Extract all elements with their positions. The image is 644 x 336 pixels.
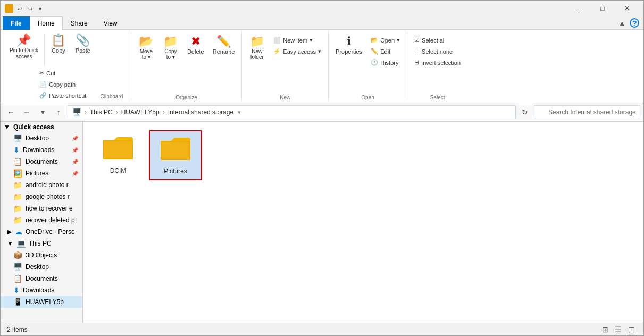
move-to-button[interactable]: 📂 Moveto ▾ — [135, 33, 158, 63]
paste-shortcut-button[interactable]: 🔗 Paste shortcut — [36, 90, 95, 100]
tab-view[interactable]: View — [96, 16, 126, 30]
move-to-icon: 📂 — [139, 36, 153, 47]
tab-home[interactable]: Home — [30, 16, 63, 30]
delete-button[interactable]: ✖ Delete — [183, 33, 208, 57]
documents-icon: 📋 — [13, 157, 22, 166]
view-controls: ⊞ ☰ ▦ — [600, 324, 637, 335]
sidebar-item-desktop-quick[interactable]: 🖥️ Desktop 📌 — [1, 132, 82, 144]
history-icon: 🕐 — [371, 59, 378, 66]
tab-share[interactable]: Share — [63, 16, 96, 30]
sidebar-item-google-photos[interactable]: 📁 google photos r — [1, 191, 82, 203]
quick-access-dropdown[interactable]: ▾ — [37, 5, 44, 12]
open-button[interactable]: 📂 Open ▾ — [367, 35, 404, 45]
minimize-button[interactable]: — — [566, 1, 590, 16]
select-none-icon: ☐ — [414, 48, 420, 55]
copy-path-button[interactable]: 📄 Copy path — [36, 79, 95, 89]
properties-button[interactable]: ℹ Properties — [332, 33, 366, 57]
search-wrap: 🔍 — [534, 105, 640, 119]
copy-to-button[interactable]: 📁 Copyto ▾ — [159, 33, 182, 63]
invert-selection-icon: ⊟ — [414, 59, 419, 66]
rename-icon: ✏️ — [216, 36, 231, 47]
maximize-button[interactable]: □ — [590, 1, 615, 16]
close-button[interactable]: ✕ — [615, 1, 639, 16]
cut-icon: ✂ — [39, 70, 44, 77]
edit-icon: ✏️ — [371, 48, 378, 55]
folder-item-dcim[interactable]: DCIM — [91, 130, 145, 180]
new-folder-icon: 📁 — [250, 36, 264, 47]
up-button[interactable]: ↑ — [52, 106, 65, 119]
tab-file[interactable]: File — [3, 16, 30, 30]
3d-icon: 📦 — [13, 251, 22, 259]
back-button[interactable]: ← — [4, 106, 18, 119]
folder-item-pictures[interactable]: Pictures — [149, 130, 202, 180]
content-area: DCIM Pictures — [83, 122, 643, 323]
folder-android-icon: 📁 — [13, 181, 22, 189]
docs-pc-icon: 📋 — [13, 274, 22, 283]
sidebar: ▼ Quick access 🖥️ Desktop 📌 ⬇ Downloads … — [1, 122, 83, 323]
downloads-icon: ⬇ — [13, 146, 20, 154]
sidebar-item-how-to-recover[interactable]: 📁 how to recover e — [1, 203, 82, 214]
this-pc-icon: 💻 — [16, 239, 26, 248]
computer-icon: 🖥️ — [72, 108, 81, 116]
new-item-button[interactable]: ⬜ New item ▾ — [270, 35, 325, 45]
view-details-button[interactable]: ☰ — [613, 324, 624, 335]
sidebar-item-documents-pc[interactable]: 📋 Documents — [1, 273, 82, 284]
select-all-button[interactable]: ☑ Select all — [411, 35, 464, 45]
redo-button[interactable]: ↪ — [26, 5, 35, 12]
status-bar: 2 items ⊞ ☰ ▦ — [1, 323, 643, 335]
title-bar-left: ↩ ↪ ▾ — [5, 4, 44, 13]
ribbon-content: 📌 Pin to Quickaccess 📋 Copy 📎 Paste — [1, 30, 643, 103]
view-large-icons-button[interactable]: ⊞ — [600, 324, 610, 335]
edit-button[interactable]: ✏️ Edit — [367, 46, 404, 56]
dcim-folder-icon — [103, 135, 133, 165]
window-controls: — □ ✕ — [566, 1, 639, 16]
invert-selection-button[interactable]: ⊟ Invert selection — [411, 57, 464, 68]
sidebar-item-onedrive[interactable]: ▶ ☁ OneDrive - Perso — [1, 226, 82, 238]
title-bar: ↩ ↪ ▾ — □ ✕ — [1, 1, 643, 16]
undo-button[interactable]: ↩ — [15, 5, 24, 12]
sidebar-section-quick-access[interactable]: ▼ Quick access — [1, 122, 82, 132]
view-list-button[interactable]: ▦ — [626, 324, 637, 335]
address-input[interactable]: 🖥️ › This PC › HUAWEI Y5p › Internal sha… — [68, 105, 516, 119]
paste-icon: 📎 — [76, 35, 90, 46]
rename-button[interactable]: ✏️ Rename — [209, 33, 239, 57]
dl-pc-icon: ⬇ — [13, 286, 20, 295]
refresh-button[interactable]: ↻ — [518, 105, 532, 119]
forward-button[interactable]: → — [20, 106, 34, 119]
desktop-pc-icon: 🖥️ — [13, 263, 22, 271]
main-layout: ▼ Quick access 🖥️ Desktop 📌 ⬇ Downloads … — [1, 122, 643, 323]
file-explorer-window: ↩ ↪ ▾ — □ ✕ File Home Share View ▲ ? 📌 — [0, 0, 644, 336]
sidebar-item-downloads-quick[interactable]: ⬇ Downloads 📌 — [1, 144, 82, 156]
minimize-ribbon-icon[interactable]: ▲ — [618, 19, 625, 27]
paste-button[interactable]: 📎 Paste — [71, 32, 95, 56]
sidebar-item-android-photo[interactable]: 📁 android photo r — [1, 179, 82, 191]
search-input[interactable] — [534, 105, 640, 119]
folder-how-icon: 📁 — [13, 204, 22, 213]
pin-to-quick-access-button[interactable]: 📌 Pin to Quickaccess — [6, 32, 42, 63]
sidebar-item-desktop-pc[interactable]: 🖥️ Desktop — [1, 261, 82, 273]
ribbon-tab-right: ▲ ? — [618, 16, 643, 29]
recent-locations-button[interactable]: ▾ — [36, 106, 49, 119]
expand-icon: ▼ — [4, 123, 10, 131]
history-button[interactable]: 🕐 History — [367, 57, 404, 68]
new-folder-button[interactable]: 📁 Newfolder — [245, 33, 269, 63]
copy-to-icon: 📁 — [163, 36, 178, 47]
sidebar-item-this-pc[interactable]: ▼ 💻 This PC — [1, 238, 82, 249]
easy-access-button[interactable]: ⚡ Easy access ▾ — [270, 46, 325, 56]
cut-button[interactable]: ✂ Cut — [36, 68, 95, 78]
select-none-button[interactable]: ☐ Select none — [411, 46, 464, 56]
folder-grid: DCIM Pictures — [91, 130, 635, 180]
copy-button[interactable]: 📋 Copy — [47, 32, 70, 56]
dcim-folder-name: DCIM — [110, 167, 127, 174]
sidebar-item-documents-quick[interactable]: 📋 Documents 📌 — [1, 156, 82, 167]
sidebar-item-huawei-y5p[interactable]: 📱 HUAWEI Y5p — [1, 296, 82, 308]
sidebar-item-3d-objects[interactable]: 📦 3D Objects — [1, 249, 82, 261]
help-icon[interactable]: ? — [630, 18, 639, 28]
svg-rect-2 — [104, 141, 132, 158]
copy-path-icon: 📄 — [39, 81, 47, 88]
sidebar-item-recover-deleted[interactable]: 📁 recover deleted p — [1, 214, 82, 226]
sidebar-item-pictures-quick[interactable]: 🖼️ Pictures 📌 — [1, 167, 82, 179]
open-icon: 📂 — [371, 37, 378, 44]
properties-icon: ℹ — [347, 36, 351, 47]
sidebar-item-downloads-pc[interactable]: ⬇ Downloads — [1, 284, 82, 296]
